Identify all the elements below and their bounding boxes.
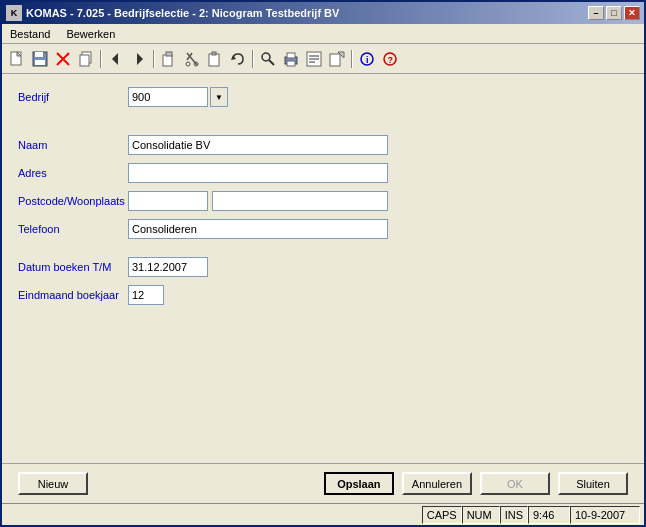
ins-indicator: INS bbox=[500, 506, 528, 524]
svg-text:i: i bbox=[366, 55, 369, 65]
toolbar-cut-btn[interactable] bbox=[181, 48, 203, 70]
datum-input[interactable] bbox=[128, 257, 208, 277]
title-bar: K KOMAS - 7.025 - Bedrijfselectie - 2: N… bbox=[2, 2, 644, 24]
svg-rect-11 bbox=[166, 52, 172, 56]
svg-marker-18 bbox=[231, 55, 236, 60]
new-icon bbox=[9, 51, 25, 67]
telefoon-label: Telefoon bbox=[18, 223, 128, 235]
naam-label: Naam bbox=[18, 139, 128, 151]
date-display: 10-9-2007 bbox=[570, 506, 640, 524]
eindmaand-input[interactable] bbox=[128, 285, 164, 305]
postcode-label: Postcode/Woonplaats bbox=[18, 195, 128, 207]
postcode-input[interactable] bbox=[128, 191, 208, 211]
bottom-buttons: Nieuw Opslaan Annuleren OK Sluiten bbox=[2, 463, 644, 503]
eindmaand-row: Eindmaand boekjaar bbox=[18, 284, 628, 306]
bedrijf-label: Bedrijf bbox=[18, 91, 128, 103]
svg-point-19 bbox=[262, 53, 270, 61]
svg-text:?: ? bbox=[388, 55, 394, 65]
clipboard-icon bbox=[207, 51, 223, 67]
search-icon bbox=[260, 51, 276, 67]
telefoon-row: Telefoon bbox=[18, 218, 628, 240]
close-button[interactable]: ✕ bbox=[624, 6, 640, 20]
back-icon bbox=[108, 51, 124, 67]
toolbar-copy-btn[interactable] bbox=[75, 48, 97, 70]
spacer-1 bbox=[18, 114, 628, 124]
svg-point-14 bbox=[186, 62, 190, 66]
svg-rect-16 bbox=[209, 54, 219, 66]
ok-button: OK bbox=[480, 472, 550, 495]
copy-icon bbox=[78, 51, 94, 67]
nieuw-button[interactable]: Nieuw bbox=[18, 472, 88, 495]
toolbar-delete-btn[interactable] bbox=[52, 48, 74, 70]
toolbar-sep-4 bbox=[351, 50, 353, 68]
toolbar-print-btn[interactable] bbox=[280, 48, 302, 70]
forward-icon bbox=[131, 51, 147, 67]
toolbar-save-btn[interactable] bbox=[29, 48, 51, 70]
toolbar-forward-btn[interactable] bbox=[128, 48, 150, 70]
svg-rect-28 bbox=[330, 54, 340, 66]
minimize-button[interactable]: – bbox=[588, 6, 604, 20]
telefoon-input[interactable] bbox=[128, 219, 388, 239]
toolbar-search-btn[interactable] bbox=[257, 48, 279, 70]
naam-input[interactable] bbox=[128, 135, 388, 155]
toolbar-new-btn[interactable] bbox=[6, 48, 28, 70]
svg-line-20 bbox=[269, 60, 274, 65]
app-icon: K bbox=[6, 5, 22, 21]
toolbar-sep-3 bbox=[252, 50, 254, 68]
postcode-row: Postcode/Woonplaats bbox=[18, 190, 628, 212]
svg-rect-23 bbox=[287, 61, 295, 66]
svg-rect-17 bbox=[212, 52, 216, 55]
delete-icon bbox=[55, 51, 71, 67]
menu-bestand[interactable]: Bestand bbox=[6, 26, 54, 42]
bedrijf-dropdown-btn[interactable]: ▼ bbox=[210, 87, 228, 107]
eindmaand-label: Eindmaand boekjaar bbox=[18, 289, 128, 301]
spacer-2 bbox=[18, 124, 628, 134]
toolbar-export-btn[interactable] bbox=[326, 48, 348, 70]
svg-rect-3 bbox=[35, 60, 45, 65]
form-content: Bedrijf ▼ Naam Adres Postcode/Woonplaats bbox=[2, 74, 644, 463]
adres-row: Adres bbox=[18, 162, 628, 184]
postcode-group bbox=[128, 191, 388, 211]
undo-icon bbox=[230, 51, 246, 67]
bedrijf-input[interactable] bbox=[128, 87, 208, 107]
toolbar-help-btn[interactable]: ? bbox=[379, 48, 401, 70]
svg-rect-2 bbox=[35, 52, 43, 57]
title-buttons: – □ ✕ bbox=[588, 6, 640, 20]
caps-indicator: CAPS bbox=[422, 506, 462, 524]
status-bar: CAPS NUM INS 9:46 10-9-2007 bbox=[2, 503, 644, 525]
datum-label: Datum boeken T/M bbox=[18, 261, 128, 273]
report-icon bbox=[306, 51, 322, 67]
sluiten-button[interactable]: Sluiten bbox=[558, 472, 628, 495]
toolbar-report-btn[interactable] bbox=[303, 48, 325, 70]
info-icon: i bbox=[359, 51, 375, 67]
toolbar-info-btn[interactable]: i bbox=[356, 48, 378, 70]
main-window: K KOMAS - 7.025 - Bedrijfselectie - 2: N… bbox=[0, 0, 646, 527]
menu-bewerken[interactable]: Bewerken bbox=[62, 26, 119, 42]
toolbar: i ? bbox=[2, 44, 644, 74]
toolbar-undo-btn[interactable] bbox=[227, 48, 249, 70]
svg-rect-10 bbox=[163, 55, 172, 66]
menu-bar: Bestand Bewerken bbox=[2, 24, 644, 44]
toolbar-paste-btn[interactable] bbox=[158, 48, 180, 70]
num-indicator: NUM bbox=[462, 506, 500, 524]
title-bar-left: K KOMAS - 7.025 - Bedrijfselectie - 2: N… bbox=[6, 5, 339, 21]
annuleren-button[interactable]: Annuleren bbox=[402, 472, 472, 495]
woonplaats-input[interactable] bbox=[212, 191, 388, 211]
toolbar-clipboard-btn[interactable] bbox=[204, 48, 226, 70]
bedrijf-input-group: ▼ bbox=[128, 87, 228, 107]
toolbar-back-btn[interactable] bbox=[105, 48, 127, 70]
bedrijf-row: Bedrijf ▼ bbox=[18, 86, 628, 108]
opslaan-button[interactable]: Opslaan bbox=[324, 472, 394, 495]
export-icon bbox=[329, 51, 345, 67]
spacer-3 bbox=[18, 246, 628, 256]
time-display: 9:46 bbox=[528, 506, 570, 524]
maximize-button[interactable]: □ bbox=[606, 6, 622, 20]
window-title: KOMAS - 7.025 - Bedrijfselectie - 2: Nic… bbox=[26, 7, 339, 19]
adres-input[interactable] bbox=[128, 163, 388, 183]
save-icon bbox=[32, 51, 48, 67]
svg-marker-8 bbox=[112, 53, 118, 65]
cut-icon bbox=[184, 51, 200, 67]
toolbar-sep-1 bbox=[100, 50, 102, 68]
svg-marker-9 bbox=[137, 53, 143, 65]
svg-rect-22 bbox=[287, 53, 295, 58]
